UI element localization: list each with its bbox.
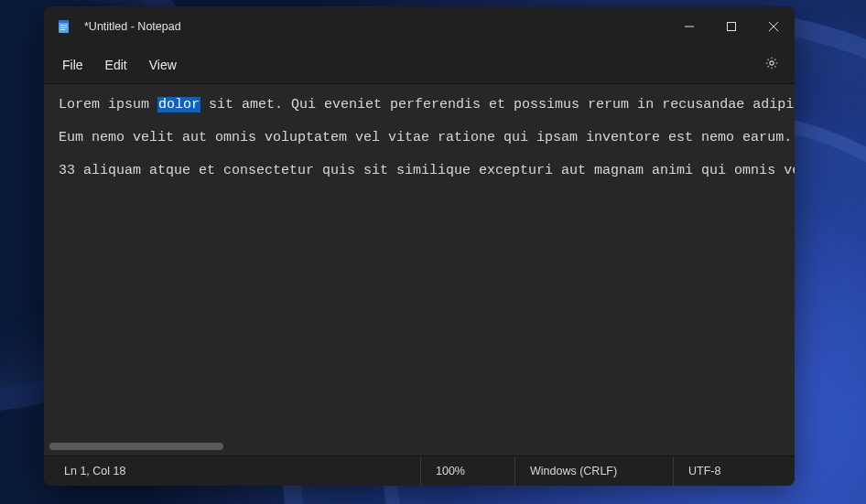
status-cursor-position: Ln 1, Col 18 [44,456,140,486]
svg-rect-1 [59,20,69,23]
gear-icon [764,56,779,74]
editor-line[interactable]: 33 aliquam atque et consectetur quis sit… [59,163,780,179]
svg-rect-3 [60,27,67,28]
status-bar: Ln 1, Col 18 100% Windows (CRLF) UTF-8 [44,456,795,486]
svg-point-9 [770,61,774,65]
editor-line[interactable]: Lorem ipsum dolor sit amet. Qui eveniet … [59,97,780,113]
window-controls [668,6,795,47]
svg-rect-6 [728,23,736,31]
text-editor[interactable]: Lorem ipsum dolor sit amet. Qui eveniet … [44,84,795,456]
menu-view[interactable]: View [138,52,188,78]
notepad-app-icon [57,19,71,34]
text-selection[interactable]: dolor [157,97,200,113]
status-zoom[interactable]: 100% [420,456,514,486]
horizontal-scrollbar-thumb[interactable] [49,443,223,450]
status-line-ending[interactable]: Windows (CRLF) [514,456,673,486]
horizontal-scrollbar[interactable] [49,443,782,450]
menu-bar: File Edit View [44,47,795,84]
minimize-button[interactable] [668,6,710,47]
menu-file[interactable]: File [51,52,94,78]
notepad-window: *Untitled - Notepad File Edit View [44,6,795,486]
svg-rect-4 [60,29,65,30]
editor-line[interactable]: Eum nemo velit aut omnis voluptatem vel … [59,130,780,146]
settings-button[interactable] [756,49,787,80]
title-bar[interactable]: *Untitled - Notepad [44,6,795,47]
svg-rect-5 [685,27,694,27]
maximize-button[interactable] [710,6,752,47]
status-encoding[interactable]: UTF-8 [673,456,795,486]
window-title: *Untitled - Notepad [84,20,668,33]
close-button[interactable] [752,6,795,47]
editor-area: Lorem ipsum dolor sit amet. Qui eveniet … [44,84,795,456]
svg-rect-2 [60,25,67,26]
menu-edit[interactable]: Edit [94,52,138,78]
